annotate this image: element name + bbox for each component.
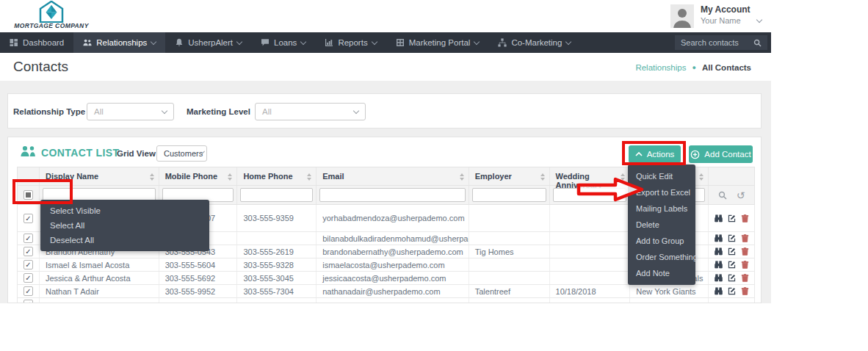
nav-item-dashboard[interactable]: Dashboard xyxy=(0,32,73,53)
filter-input-home_phone[interactable] xyxy=(240,188,313,202)
grid-view-select[interactable]: Customers xyxy=(156,145,207,162)
trash-icon[interactable] xyxy=(741,274,749,282)
filter-input-email[interactable] xyxy=(319,188,466,202)
menu-item-add-to-group[interactable]: Add to Group xyxy=(628,233,695,249)
trash-icon[interactable] xyxy=(741,247,749,256)
menu-item-export-to-excel[interactable]: Export to Excel xyxy=(628,184,695,200)
sort-icon[interactable] xyxy=(540,173,545,181)
nav-item-label: Marketing Portal xyxy=(409,38,471,47)
sort-icon[interactable] xyxy=(307,173,311,181)
column-label: Display Name xyxy=(46,172,98,181)
row-checkbox[interactable]: ✓ xyxy=(23,214,33,223)
cell-wedding_anniversary: 10/18/2018 xyxy=(550,285,631,297)
actions-button[interactable]: Actions xyxy=(629,145,681,163)
chevron-down-icon xyxy=(756,16,762,22)
column-header-wedding-anniversary[interactable]: Wedding Anniversary xyxy=(550,167,631,185)
column-header-row_actions xyxy=(709,167,754,185)
edit-icon[interactable] xyxy=(728,261,736,269)
column-label: Employer xyxy=(475,172,512,181)
chevron-down-icon xyxy=(353,107,359,113)
screen: MORTGAGE COMPANY My Account Your Name Da… xyxy=(0,0,868,351)
trash-icon[interactable] xyxy=(741,287,749,295)
company-logo[interactable]: MORTGAGE COMPANY xyxy=(9,1,94,29)
relationship-type-value: All xyxy=(94,107,104,116)
edit-icon[interactable] xyxy=(728,234,736,242)
row-checkbox[interactable]: ✓ xyxy=(23,234,33,243)
menu-item-order-something[interactable]: Order Something xyxy=(628,249,695,265)
binoculars-icon[interactable] xyxy=(715,287,723,295)
menu-item-mailing-labels[interactable]: Mailing Labels xyxy=(628,200,695,217)
breadcrumb: Relationships ● All Contacts xyxy=(635,63,751,72)
edit-icon[interactable] xyxy=(728,274,736,282)
menu-item-quick-edit[interactable]: Quick Edit xyxy=(628,168,695,184)
menu-item-select-visible[interactable]: Select Visible xyxy=(40,203,209,218)
trash-icon[interactable] xyxy=(741,214,749,222)
filter-input-wedding_anniversary[interactable] xyxy=(553,188,627,202)
edit-icon[interactable] xyxy=(728,247,736,256)
cell-employer xyxy=(469,272,550,284)
sort-icon[interactable] xyxy=(460,173,464,181)
marketing-portal-icon xyxy=(396,38,405,47)
row-checkbox[interactable]: ✓ xyxy=(23,247,33,256)
sort-icon[interactable] xyxy=(621,173,625,181)
menu-item-add-note[interactable]: Add Note xyxy=(628,265,695,281)
column-header-email[interactable]: Email xyxy=(317,167,469,185)
avatar xyxy=(670,4,694,28)
row-actions-cell xyxy=(709,245,754,258)
chevron-down-icon xyxy=(300,38,306,44)
relationship-type-select[interactable]: All xyxy=(87,103,174,120)
nav-item-relationships[interactable]: Relationships xyxy=(73,32,165,53)
edit-icon[interactable] xyxy=(728,214,736,222)
edit-icon[interactable] xyxy=(728,287,736,295)
refresh-icon[interactable]: ↺ xyxy=(737,191,745,200)
column-header-mobile-phone[interactable]: Mobile Phone xyxy=(159,167,238,185)
filter-input-employer[interactable] xyxy=(472,188,546,202)
sort-icon[interactable] xyxy=(228,173,232,181)
cell-email xyxy=(317,298,469,303)
cell-employer xyxy=(469,258,550,271)
cell-wedding_anniversary xyxy=(550,232,631,245)
search-icon[interactable] xyxy=(753,39,762,47)
chevron-down-icon xyxy=(162,107,167,113)
nav-item-reports[interactable]: Reports xyxy=(315,32,386,53)
search-contacts-input[interactable]: Search contacts xyxy=(675,35,767,50)
column-header-home-phone[interactable]: Home Phone xyxy=(237,167,317,185)
account-menu[interactable]: My Account Your Name xyxy=(670,4,762,28)
row-checkbox[interactable]: ✓ xyxy=(23,286,33,296)
row-checkbox[interactable]: ✓ xyxy=(23,273,33,283)
trash-icon[interactable] xyxy=(741,234,749,242)
sort-icon[interactable] xyxy=(150,173,154,181)
filter-cell-wedding_anniversary xyxy=(550,186,631,204)
filter-cell-home_phone xyxy=(237,186,317,204)
binoculars-icon[interactable] xyxy=(715,214,723,222)
main-nav: DashboardRelationshipsUsherpAlertLoansRe… xyxy=(0,32,771,53)
add-contact-button[interactable]: Add Contact xyxy=(689,145,753,163)
row-checkbox[interactable]: ✓ xyxy=(23,300,33,303)
menu-item-select-all[interactable]: Select All xyxy=(40,218,209,233)
row-actions-cell xyxy=(709,258,754,271)
logo-text: MORTGAGE COMPANY xyxy=(9,22,94,29)
menu-item-delete[interactable]: Delete xyxy=(628,217,695,233)
nav-item-usherpalert[interactable]: UsherpAlert xyxy=(165,32,251,53)
binoculars-icon[interactable] xyxy=(715,261,723,269)
select-all-checkbox[interactable] xyxy=(23,190,33,200)
table-row: ✓Nathan T Adair303-555-9952303-555-7304n… xyxy=(17,285,755,298)
trash-icon[interactable] xyxy=(741,261,749,269)
column-header-employer[interactable]: Employer xyxy=(469,167,550,185)
row-checkbox[interactable]: ✓ xyxy=(23,260,33,269)
nav-item-marketing-portal[interactable]: Marketing Portal xyxy=(386,32,489,53)
relationships-icon xyxy=(83,38,92,47)
marketing-level-select[interactable]: All xyxy=(255,103,366,120)
binoculars-icon[interactable] xyxy=(715,234,723,242)
binoculars-icon[interactable] xyxy=(715,274,723,282)
nav-item-loans[interactable]: Loans xyxy=(251,32,315,53)
breadcrumb-relationships[interactable]: Relationships xyxy=(635,63,686,72)
binoculars-icon[interactable] xyxy=(715,247,723,256)
sort-icon[interactable] xyxy=(699,173,704,181)
cell-employer: Tig Homes xyxy=(469,245,550,258)
nav-item-co-marketing[interactable]: Co-Marketing xyxy=(488,32,580,53)
filter-panel: Relationship Type All Marketing Level Al… xyxy=(7,93,762,129)
column-header-display-name[interactable]: Display Name xyxy=(40,167,159,185)
cell-email: bilanabdulkadiradenmohamud@usherpademo.c… xyxy=(317,232,469,245)
menu-item-deselect-all[interactable]: Deselect All xyxy=(40,233,209,247)
